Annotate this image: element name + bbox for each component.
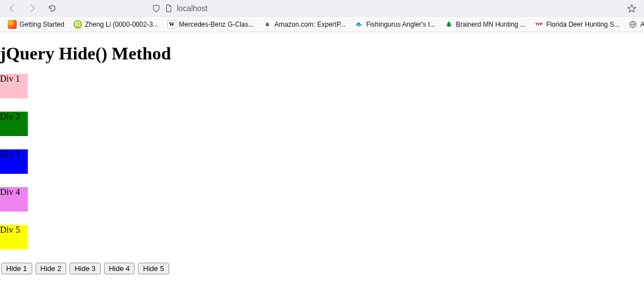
back-button[interactable] bbox=[4, 2, 20, 15]
bookmark-item[interactable]: WMercedes-Benz G-Clas... bbox=[164, 18, 257, 31]
url-bar[interactable]: localhost bbox=[148, 2, 620, 15]
arrow-right-icon bbox=[28, 4, 37, 13]
color-box: Div 2 bbox=[0, 112, 28, 136]
bookmark-item[interactable]: 🐟Fishingurus Angler's I... bbox=[351, 18, 438, 31]
bookmark-label: Zheng Li (0000-0002-3... bbox=[85, 21, 158, 28]
bookmark-item[interactable]: iDZheng Li (0000-0002-3... bbox=[70, 18, 162, 31]
bookmark-item[interactable]: Getting Started bbox=[4, 18, 68, 31]
bookmark-label: Amazon.com: ExpertP... bbox=[275, 21, 346, 28]
color-box: Div 4 bbox=[0, 187, 28, 212]
page-content: jQuery Hide() Method Div 1Div 2Div 3Div … bbox=[0, 43, 644, 274]
divs-container: Div 1Div 2Div 3Div 4Div 5 bbox=[0, 74, 644, 249]
reload-button[interactable] bbox=[44, 2, 60, 15]
color-box: Div 1 bbox=[0, 74, 28, 98]
hide-button[interactable]: Hide 1 bbox=[1, 263, 32, 274]
bookmark-favicon-icon: 🐟 bbox=[354, 20, 363, 29]
forward-button[interactable] bbox=[24, 2, 40, 15]
arrow-left-icon bbox=[8, 4, 17, 13]
hide-button[interactable]: Hide 4 bbox=[104, 263, 135, 274]
shield-icon bbox=[152, 4, 160, 12]
reload-icon bbox=[48, 4, 57, 13]
bookmark-favicon-icon: 🌲 bbox=[444, 20, 453, 29]
bookmark-item[interactable]: 🌲Brainerd MN Hunting ... bbox=[441, 18, 529, 31]
browser-toolbar: localhost bbox=[0, 0, 644, 17]
url-text: localhost bbox=[177, 4, 207, 13]
bookmark-label: Brainerd MN Hunting ... bbox=[456, 21, 526, 28]
color-box: Div 5 bbox=[0, 225, 28, 249]
bookmark-label: Another res bbox=[640, 21, 644, 28]
buttons-row: Hide 1Hide 2Hide 3Hide 4Hide 5 bbox=[0, 263, 644, 274]
bookmarks-bar: Getting StartediDZheng Li (0000-0002-3..… bbox=[0, 17, 644, 32]
bookmark-label: Fishingurus Angler's I... bbox=[366, 21, 435, 28]
hide-button[interactable]: Hide 3 bbox=[70, 263, 101, 274]
bookmark-item[interactable]: aAmazon.com: ExpertP... bbox=[260, 18, 349, 31]
page-icon bbox=[165, 4, 172, 12]
bookmark-favicon-icon: TFP bbox=[534, 20, 543, 29]
bookmark-item[interactable]: Another res bbox=[625, 18, 644, 31]
hide-button[interactable]: Hide 2 bbox=[36, 263, 67, 274]
hide-button[interactable]: Hide 5 bbox=[138, 263, 169, 274]
bookmark-favicon-icon bbox=[8, 20, 17, 29]
page-heading: jQuery Hide() Method bbox=[0, 43, 644, 64]
color-box: Div 3 bbox=[0, 149, 28, 174]
bookmark-favicon-icon: W bbox=[167, 20, 176, 29]
bookmark-favicon-icon bbox=[628, 20, 637, 29]
star-icon bbox=[627, 4, 636, 13]
bookmark-star-button[interactable] bbox=[624, 4, 640, 13]
bookmark-favicon-icon: iD bbox=[73, 20, 82, 29]
bookmark-item[interactable]: TFPFlorida Deer Hunting S... bbox=[531, 18, 623, 31]
bookmark-favicon-icon: a bbox=[263, 20, 272, 29]
bookmark-label: Mercedes-Benz G-Clas... bbox=[179, 21, 254, 28]
bookmark-label: Florida Deer Hunting S... bbox=[546, 21, 620, 28]
bookmark-label: Getting Started bbox=[19, 21, 65, 28]
